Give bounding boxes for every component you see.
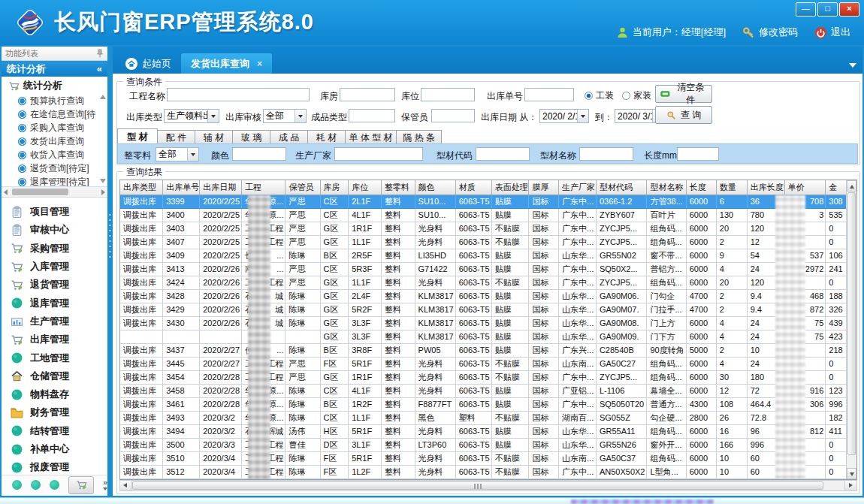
audit-select[interactable]: 全部 [263,109,307,123]
tree-item-2[interactable]: 采购入库查询 [2,121,107,134]
sidebar-item-12[interactable]: 结转管理 [2,422,107,440]
pin-icon[interactable] [96,49,104,58]
column-header[interactable]: 生产厂家 [559,180,597,195]
column-header[interactable]: 膜厚 [529,180,559,195]
sidebar-item-0[interactable]: 项目管理 [2,203,107,221]
footer-dot-button[interactable] [12,480,22,490]
out-type-select[interactable]: 生产领料出库 [164,109,219,123]
product-type-input[interactable] [349,109,395,122]
tab-home[interactable]: 起始页 [116,53,181,74]
date-from-picker[interactable]: 2020/ 2/16 [539,109,589,123]
footer-dot-button[interactable] [31,480,41,490]
column-header[interactable]: 型材名称 [647,180,686,195]
sidebar-item-7[interactable]: 出库管理 [2,330,107,349]
grid-vertical-scrollbar[interactable] [846,180,856,479]
material-tab-3[interactable]: 玻 璃 [233,130,270,144]
column-header[interactable]: 表面处理 [491,180,529,195]
column-header[interactable]: 库房 [320,180,349,195]
column-header[interactable]: 出库日期 [200,180,242,195]
sidebar-item-13[interactable]: 补单中心 [2,440,107,458]
project-name-input[interactable] [167,88,310,101]
tree-item-0[interactable]: 预算执行查询 [2,94,107,107]
sidebar-item-10[interactable]: 物料盘存 [2,385,107,403]
radio-jiazhuang[interactable]: 家装 [622,89,651,102]
order-no-input[interactable] [524,88,574,101]
sidebar-item-1[interactable]: 审核中心 [2,221,107,239]
maximize-button[interactable]: □ [817,2,838,17]
sidebar-item-5[interactable]: 退库管理 [2,294,107,312]
clear-conditions-button[interactable]: 清空条件 [655,85,712,103]
table-row[interactable]: 调拨出库35102020/3/4工共工程陈琳F区5R1F整料光身料6063-T5… [120,452,856,466]
radio-gongzhuang[interactable]: 工装 [585,89,614,102]
scrollbar-thumb[interactable] [847,192,856,455]
column-header[interactable]: 型材代码 [596,180,647,195]
column-header[interactable]: 出库类型 [120,180,163,195]
minimize-button[interactable]: — [796,2,816,17]
table-row[interactable]: 调拨出库34932020/3/2华原...陈琳C区1L1F整料黑色塑料不贴膜国标… [120,412,856,425]
tree-root-node[interactable]: 统计分析 [2,77,107,94]
grid-horizontal-scrollbar[interactable] [119,480,857,491]
table-row[interactable]: 调拨出库34092020/2/25长...陈琳B区2R5F整料LI35HD606… [120,249,856,263]
table-row[interactable]: 调拨出库35122020/3/4工共工程陈琳F区1L2F整料光身料6063-T5… [120,466,856,479]
material-tab-2[interactable]: 辅 材 [195,130,233,144]
tree-item-1[interactable]: 在途信息查询[待 [2,107,107,121]
table-row[interactable]: 调拨出库34032020/2/25工工程严思G区1R1F整料光身料6063-T5… [120,222,856,236]
column-header[interactable]: 保管员 [285,180,320,195]
table-row[interactable]: G区3L3F整料KLM38176063-T5贴膜国标山东华...GA90M09.… [120,330,856,344]
tree-scroll-down-icon[interactable] [100,179,106,183]
table-row[interactable]: 调拨出库34372020/2/27佛...陈琳B区3R8F整料PW056063-… [120,344,856,358]
tab-list-dropdown-icon[interactable] [849,63,856,68]
name-input[interactable] [579,147,633,161]
table-row[interactable]: 调拨出库34302020/2/26石城陈琳G区3L3F整料KLM38176063… [120,317,856,330]
sidebar-item-14[interactable]: 报废管理 [2,458,107,476]
table-row[interactable]: 调拨出库34072020/2/25工工程严思G区1L1F整料光身料6063-T5… [120,236,856,249]
tab-outbound-query[interactable]: 发货出库查询 × [181,53,272,74]
warehouse-input[interactable] [340,88,395,101]
column-header[interactable]: 出库长度 [747,180,784,195]
table-row[interactable]: 调拨出库34612020/2/28华原...陈琳B区1R2F整料F8877FT6… [120,398,856,412]
table-row[interactable]: 调拨出库34452020/2/27工共工程严思F区5R1F整料光身料6063-T… [120,358,856,371]
column-header[interactable]: 库位 [349,180,382,195]
column-header[interactable]: 材质 [455,180,491,195]
sidebar-item-2[interactable]: 采购管理 [2,240,107,258]
sidebar-item-3[interactable]: 入库管理 [2,258,107,276]
tree-item-4[interactable]: 收货入库查询 [2,148,107,161]
logout-button[interactable]: 退出 [814,26,850,39]
sidebar-item-4[interactable]: 退货管理 [2,276,107,294]
sidebar-item-6[interactable]: 生产管理 [2,312,107,330]
sidebar-section-header[interactable]: 统计分析 « [2,61,107,77]
change-password-button[interactable]: 修改密码 [742,26,798,39]
scroll-right-icon[interactable] [844,481,856,490]
footer-dot-button[interactable] [50,480,59,490]
table-row[interactable]: 调拨出库34542020/2/28工共工程严思G区1R1F整料光身料6063-T… [120,371,856,385]
sidebar-item-9[interactable]: 仓储管理 [2,367,107,385]
column-header[interactable]: 工程 [242,180,285,195]
table-row[interactable]: 调拨出库35002020/3/3工共工程曹佳D区3L1F整料LT3P606063… [120,439,856,452]
footer-more-button[interactable]: » [103,480,107,490]
sidebar-item-11[interactable]: 财务管理 [2,403,107,421]
table-row[interactable]: 调拨出库34242020/2/26工工程严思G区1L1F整料光身料6063-T5… [120,276,856,290]
maker-input[interactable] [334,147,423,161]
material-tab-7[interactable]: 隔 热 条 [397,130,442,144]
scrollbar-thumb[interactable] [132,481,823,490]
scroll-right-icon[interactable] [101,189,105,195]
tree-scroll-up-icon[interactable] [100,95,106,99]
material-tab-0[interactable]: 型 材 [117,128,158,144]
tree-item-5[interactable]: 退货查询[待定] [2,161,107,175]
column-header[interactable]: 出库单号 [163,180,200,195]
column-header[interactable]: 单价 [784,180,826,195]
whole-part-select[interactable]: 全部 [156,147,199,161]
column-header[interactable]: 长度 [686,180,716,195]
table-row[interactable]: 调拨出库34942020/3/2石辉城汤伟H区5R1F整料光身料6063-T5贴… [120,425,856,439]
collapse-icon[interactable]: « [97,63,102,74]
color-input[interactable] [232,147,286,161]
tree-item-3[interactable]: 发货出库查询 [2,134,107,148]
table-row[interactable]: 调拨出库34582020/2/28华原...陈琳C区4L1F整料光身料6063-… [120,385,856,398]
keeper-input[interactable] [431,109,475,122]
column-header[interactable]: 数量 [716,180,747,195]
material-tab-5[interactable]: 耗 材 [308,130,346,144]
length-input[interactable] [677,147,719,161]
table-row[interactable]: 调拨出库33992020/2/25华原...严思C区2L1F整料SU10...6… [120,195,856,209]
column-header[interactable]: 整零料 [382,180,415,195]
table-row[interactable]: 调拨出库34292020/2/26石城陈琳G区5R2F整料KLM38176063… [120,303,856,317]
